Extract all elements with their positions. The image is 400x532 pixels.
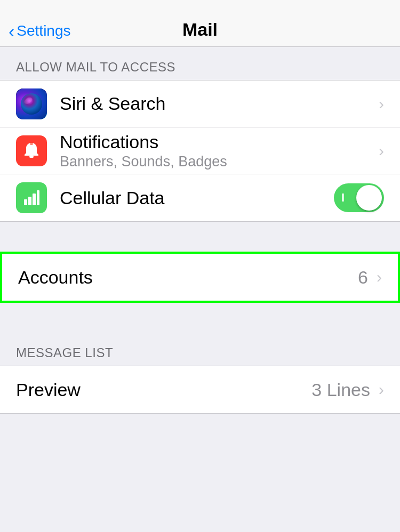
preview-row[interactable]: Preview 3 Lines › [0, 366, 400, 413]
preview-title: Preview [16, 380, 311, 400]
accounts-value: 6 [358, 267, 368, 288]
cellular-icon [16, 182, 47, 213]
cellular-toggle[interactable]: I [334, 183, 384, 212]
svg-point-0 [21, 93, 42, 115]
section-header-allow-access: ALLOW MAIL TO ACCESS [0, 47, 400, 80]
preview-right: 3 Lines › [311, 380, 384, 400]
preview-value: 3 Lines [311, 380, 370, 400]
siri-icon-inner [16, 88, 47, 119]
page-title: Mail [182, 19, 218, 40]
notifications-icon [16, 135, 47, 166]
section-header-message-list: MESSAGE LIST [0, 333, 400, 366]
cellular-data-title: Cellular Data [60, 188, 334, 208]
notifications-right: › [379, 142, 384, 160]
notifications-row[interactable]: Notifications Banners, Sounds, Badges › [0, 127, 400, 174]
svg-point-3 [30, 143, 33, 145]
svg-rect-7 [37, 190, 39, 205]
preview-chevron: › [379, 381, 384, 399]
accounts-chevron: › [377, 268, 382, 286]
cellular-data-row[interactable]: Cellular Data I [0, 174, 400, 221]
siri-search-title: Siri & Search [60, 93, 379, 114]
notifications-title: Notifications [60, 132, 379, 152]
cellular-data-content: Cellular Data [60, 188, 334, 208]
back-button[interactable]: ‹ Settings [0, 22, 71, 40]
siri-search-content: Siri & Search [60, 93, 379, 114]
svg-rect-5 [28, 197, 31, 205]
message-list-group: Preview 3 Lines › [0, 366, 400, 414]
accounts-content: Accounts [18, 267, 358, 288]
accounts-group: Accounts 6 › [0, 252, 400, 303]
cellular-svg [22, 189, 41, 207]
accounts-row[interactable]: Accounts 6 › [2, 254, 398, 301]
notifications-chevron: › [379, 142, 384, 160]
siri-search-row[interactable]: Siri & Search › [0, 80, 400, 127]
bell-svg [22, 141, 41, 160]
svg-rect-6 [33, 194, 36, 205]
toggle-knob [356, 185, 382, 211]
svg-rect-2 [29, 156, 34, 158]
siri-icon [16, 88, 47, 119]
siri-search-right: › [379, 95, 384, 113]
svg-rect-4 [24, 199, 27, 205]
cellular-data-right: I [334, 183, 384, 212]
preview-content: Preview [16, 380, 311, 400]
navigation-bar: ‹ Settings Mail [0, 0, 400, 47]
notifications-subtitle: Banners, Sounds, Badges [60, 154, 379, 170]
siri-search-chevron: › [379, 95, 384, 113]
allow-access-group: Siri & Search › Notifications Banners, S… [0, 80, 400, 222]
siri-orb-svg [20, 92, 43, 116]
notifications-content: Notifications Banners, Sounds, Badges [60, 132, 379, 170]
accounts-right: 6 › [358, 267, 382, 288]
section-gap-2 [0, 313, 400, 333]
back-label: Settings [17, 22, 70, 39]
accounts-title: Accounts [18, 267, 358, 288]
back-chevron-icon: ‹ [9, 22, 14, 40]
toggle-on-indicator: I [341, 191, 345, 205]
section-gap-1 [0, 222, 400, 241]
